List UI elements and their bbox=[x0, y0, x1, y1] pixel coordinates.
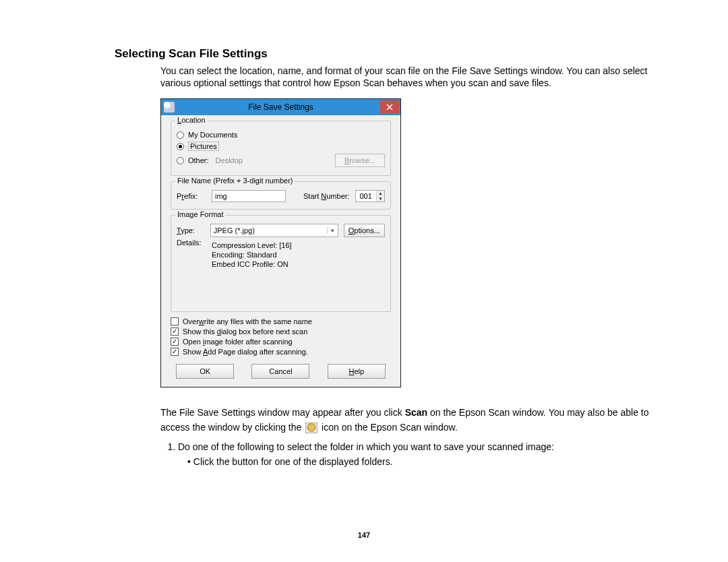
other-path-input bbox=[214, 156, 295, 165]
filename-group: File Name (Prefix + 3-digit number) Pref… bbox=[171, 181, 391, 210]
details-text: Compression Level: [16] Encoding: Standa… bbox=[212, 241, 292, 269]
location-group: Location My Documents Pictures Other: bbox=[171, 121, 391, 176]
checkbox-label: Overwrite any files with the same name bbox=[183, 317, 312, 325]
type-combo[interactable]: JPEG (*.jpg) ▾ bbox=[210, 224, 338, 237]
location-label: Location bbox=[175, 116, 208, 124]
section-title: Selecting Scan File Settings bbox=[115, 47, 667, 61]
para-after-dialog: The File Save Settings window may appear… bbox=[160, 405, 667, 435]
check-open-folder[interactable]: Open image folder after scanning bbox=[171, 338, 391, 346]
step-1-bullet: Click the button for one of the displaye… bbox=[187, 456, 667, 467]
type-value: JPEG (*.jpg) bbox=[211, 226, 327, 235]
checkbox-icon bbox=[171, 317, 179, 325]
check-overwrite[interactable]: Overwrite any files with the same name bbox=[171, 317, 391, 325]
radio-pictures[interactable]: Pictures bbox=[177, 142, 385, 151]
radio-label: Pictures bbox=[188, 142, 219, 151]
folder-icon bbox=[305, 423, 317, 433]
prefix-label: Prefix: bbox=[177, 192, 206, 200]
filename-group-label: File Name (Prefix + 3-digit number) bbox=[175, 177, 295, 185]
check-show-add-page[interactable]: Show Add Page dialog after scanning. bbox=[171, 348, 391, 356]
dialog-title: File Save Settings bbox=[161, 102, 400, 112]
type-label: Type: bbox=[177, 226, 205, 235]
radio-icon bbox=[177, 131, 184, 139]
checkbox-label: Show this dialog box before next scan bbox=[183, 327, 307, 336]
start-number-value: 001 bbox=[356, 191, 376, 201]
checkbox-icon bbox=[171, 338, 179, 346]
radio-my-documents[interactable]: My Documents bbox=[177, 131, 385, 139]
start-number-label: Start Number: bbox=[303, 192, 350, 200]
intro-text: You can select the location, name, and f… bbox=[160, 65, 667, 89]
start-number-spinner[interactable]: 001 ▲▼ bbox=[355, 190, 385, 202]
dialog-titlebar: File Save Settings bbox=[161, 99, 400, 115]
radio-label: Other: bbox=[188, 156, 209, 164]
steps-list: Do one of the following to select the fo… bbox=[160, 441, 667, 467]
details-label: Details: bbox=[177, 239, 206, 247]
help-button[interactable]: Help bbox=[328, 364, 386, 379]
radio-icon bbox=[177, 157, 184, 164]
radio-other[interactable]: Other: bbox=[177, 156, 209, 164]
checkbox-icon bbox=[171, 327, 179, 336]
prefix-input[interactable] bbox=[212, 190, 286, 202]
cancel-button[interactable]: Cancel bbox=[251, 364, 309, 379]
radio-icon bbox=[177, 143, 184, 150]
checkbox-label: Open image folder after scanning bbox=[183, 338, 293, 346]
radio-label: My Documents bbox=[188, 131, 237, 139]
check-show-dialog[interactable]: Show this dialog box before next scan bbox=[171, 327, 391, 336]
browse-button: Browse... bbox=[335, 154, 385, 167]
step-1: Do one of the following to select the fo… bbox=[178, 441, 667, 467]
chevron-down-icon: ▾ bbox=[327, 227, 338, 234]
options-button[interactable]: Options... bbox=[344, 224, 385, 237]
image-format-group: Image Format Type: JPEG (*.jpg) ▾ Option… bbox=[171, 215, 391, 311]
dialog-button-row: OK Cancel Help bbox=[171, 364, 391, 379]
spinner-up-icon[interactable]: ▲ bbox=[377, 191, 384, 196]
checkbox-icon bbox=[171, 348, 179, 356]
spinner-down-icon[interactable]: ▼ bbox=[377, 196, 384, 201]
checkbox-label: Show Add Page dialog after scanning. bbox=[183, 348, 308, 356]
page-number: 147 bbox=[0, 531, 728, 539]
ok-button[interactable]: OK bbox=[176, 364, 234, 379]
file-save-settings-dialog: File Save Settings Location My Documents… bbox=[160, 98, 401, 387]
image-format-label: Image Format bbox=[175, 210, 225, 218]
radio-other-row: Other: Browse... bbox=[177, 154, 385, 167]
